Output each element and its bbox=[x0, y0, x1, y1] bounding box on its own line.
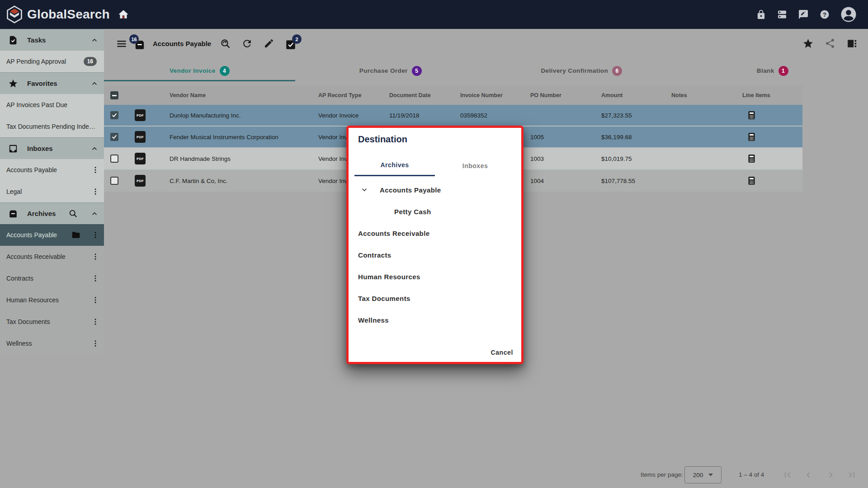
tasks-complete-icon[interactable]: 2 bbox=[285, 39, 297, 51]
sidebar-item-ap-invoices-past-due[interactable]: AP Invoices Past Due bbox=[0, 94, 104, 116]
sidebar-item-inbox-legal[interactable]: Legal bbox=[0, 181, 104, 202]
sidebar-item-archive-human-resources[interactable]: Human Resources bbox=[0, 289, 104, 311]
tree-item-wellness[interactable]: Wellness bbox=[349, 309, 521, 331]
column-header[interactable]: Amount bbox=[601, 86, 623, 105]
row-checkbox[interactable] bbox=[110, 155, 118, 163]
item-label: Accounts Payable bbox=[6, 166, 57, 174]
next-page-icon[interactable] bbox=[826, 469, 836, 480]
app: GlobalSearch ? Tasks bbox=[0, 0, 868, 488]
cell-po-number: 1003 bbox=[530, 148, 544, 169]
tab-vendor-invoice[interactable]: Vendor Invoice 4 bbox=[104, 60, 295, 81]
sidebar-item-archive-tax-documents[interactable]: Tax Documents bbox=[0, 311, 104, 333]
tree-item-petty-cash[interactable]: Petty Cash bbox=[349, 201, 521, 222]
inbox-count-badge: 16 bbox=[129, 34, 139, 44]
share-icon[interactable] bbox=[825, 38, 835, 49]
tab-purchase-order[interactable]: Purchase Order 5 bbox=[295, 60, 486, 81]
line-items-calculator-icon[interactable] bbox=[746, 127, 757, 147]
line-items-calculator-icon[interactable] bbox=[746, 105, 757, 126]
sidebar-section-inboxes[interactable]: Inboxes bbox=[0, 137, 104, 159]
chevron-down-icon[interactable] bbox=[360, 185, 369, 194]
pdf-document-icon[interactable]: PDF bbox=[135, 109, 146, 121]
column-header[interactable]: Vendor Name bbox=[170, 86, 206, 105]
cancel-button[interactable]: Cancel bbox=[491, 349, 513, 356]
feedback-icon[interactable] bbox=[798, 9, 809, 20]
tab-archives[interactable]: Archives bbox=[354, 155, 435, 176]
sidebar-item-archive-contracts[interactable]: Contracts bbox=[0, 267, 104, 289]
cell-amount: $27,323.55 bbox=[601, 105, 632, 126]
pdf-document-icon[interactable]: PDF bbox=[135, 131, 146, 143]
kebab-menu-icon[interactable] bbox=[91, 274, 99, 282]
account-avatar-icon[interactable] bbox=[840, 6, 857, 23]
edit-pencil-icon[interactable] bbox=[264, 38, 274, 49]
previous-page-icon[interactable] bbox=[803, 469, 814, 480]
tree-item-contracts[interactable]: Contracts bbox=[349, 244, 521, 266]
menu-hamburger-icon[interactable] bbox=[116, 38, 127, 50]
line-items-calculator-icon[interactable] bbox=[746, 148, 757, 169]
chevron-up-icon[interactable] bbox=[90, 144, 99, 153]
row-checkbox[interactable] bbox=[110, 111, 118, 119]
section-label: Tasks bbox=[27, 36, 46, 44]
lock-icon[interactable] bbox=[756, 9, 766, 20]
sidebar-item-archive-accounts-payable[interactable]: Accounts Payable bbox=[0, 224, 104, 246]
sidebar-item-ap-pending-approval[interactable]: AP Pending Approval 16 bbox=[0, 51, 104, 72]
tree-item-label: Contracts bbox=[349, 251, 392, 259]
tree-item-human-resources[interactable]: Human Resources bbox=[349, 266, 521, 287]
kebab-menu-icon[interactable] bbox=[91, 296, 99, 304]
favorite-star-icon[interactable] bbox=[802, 38, 814, 49]
item-label: AP Pending Approval bbox=[6, 58, 66, 65]
table-row[interactable]: PDF Dunlop Manufacturing Inc. Vendor Inv… bbox=[104, 105, 802, 127]
column-header[interactable]: AP Record Type bbox=[318, 86, 361, 105]
help-icon[interactable]: ? bbox=[819, 9, 830, 20]
first-page-icon[interactable] bbox=[782, 469, 793, 480]
search-again-icon[interactable] bbox=[220, 38, 231, 49]
kebab-menu-icon[interactable] bbox=[91, 188, 99, 196]
tasks-count-badge: 2 bbox=[292, 34, 302, 44]
chevron-up-icon[interactable] bbox=[90, 79, 99, 88]
sidebar-item-archive-accounts-receivable[interactable]: Accounts Receivable bbox=[0, 246, 104, 267]
tab-delivery-confirmation[interactable]: Delivery Confirmation 6 bbox=[486, 60, 677, 81]
last-page-icon[interactable] bbox=[846, 469, 857, 480]
chevron-up-icon[interactable] bbox=[90, 209, 99, 218]
kebab-menu-icon[interactable] bbox=[91, 339, 99, 347]
tasks-icon bbox=[8, 35, 18, 45]
sidebar-item-tax-documents-pending[interactable]: Tax Documents Pending Inde… bbox=[0, 116, 104, 137]
line-items-calculator-icon[interactable] bbox=[746, 170, 757, 192]
kebab-menu-icon[interactable] bbox=[91, 166, 99, 174]
column-header[interactable]: Line Items bbox=[742, 86, 770, 105]
sidebar-section-archives[interactable]: Archives bbox=[0, 202, 104, 224]
tree-item-accounts-receivable[interactable]: Accounts Receivable bbox=[349, 222, 521, 244]
column-header[interactable]: Notes bbox=[671, 86, 687, 105]
destination-tabs: Archives Inboxes bbox=[354, 155, 515, 176]
sidebar-section-favorites[interactable]: Favorites bbox=[0, 72, 104, 94]
sidebar-item-archive-wellness[interactable]: Wellness bbox=[0, 333, 104, 354]
cell-vendor-name: Fender Musical Instruments Corporation bbox=[170, 127, 278, 147]
archive-inbox-icon[interactable]: 16 bbox=[134, 39, 146, 51]
sidebar-item-inbox-accounts-payable[interactable]: Accounts Payable bbox=[0, 159, 104, 181]
queues-icon[interactable] bbox=[777, 9, 788, 20]
tree-item-accounts-payable[interactable]: Accounts Payable bbox=[349, 179, 521, 201]
column-header[interactable]: Document Date bbox=[389, 86, 431, 105]
split-view-icon[interactable] bbox=[846, 38, 858, 49]
kebab-menu-icon[interactable] bbox=[91, 318, 99, 326]
column-header[interactable]: Invoice Number bbox=[460, 86, 503, 105]
column-header[interactable]: PO Number bbox=[530, 86, 561, 105]
chevron-up-icon[interactable] bbox=[90, 36, 99, 45]
refresh-icon[interactable] bbox=[241, 38, 253, 49]
count-badge: 16 bbox=[84, 57, 97, 66]
pdf-document-icon[interactable]: PDF bbox=[135, 175, 146, 187]
sidebar-section-tasks[interactable]: Tasks bbox=[0, 29, 104, 51]
select-all-checkbox[interactable] bbox=[110, 91, 118, 99]
page-size-select[interactable]: 200 bbox=[684, 466, 722, 483]
pdf-document-icon[interactable]: PDF bbox=[135, 153, 146, 164]
kebab-menu-icon[interactable] bbox=[91, 253, 99, 261]
tab-blank[interactable]: Blank 1 bbox=[677, 60, 868, 81]
search-icon[interactable] bbox=[68, 209, 78, 218]
row-checkbox[interactable] bbox=[110, 133, 118, 141]
home-icon[interactable] bbox=[118, 9, 129, 20]
kebab-menu-icon[interactable] bbox=[91, 231, 99, 239]
row-checkbox[interactable] bbox=[110, 177, 118, 185]
svg-text:?: ? bbox=[823, 11, 826, 18]
tab-inboxes[interactable]: Inboxes bbox=[435, 155, 515, 176]
tree-item-tax-documents[interactable]: Tax Documents bbox=[349, 287, 521, 309]
record-type-tabs: Vendor Invoice 4 Purchase Order 5 Delive… bbox=[104, 60, 868, 81]
